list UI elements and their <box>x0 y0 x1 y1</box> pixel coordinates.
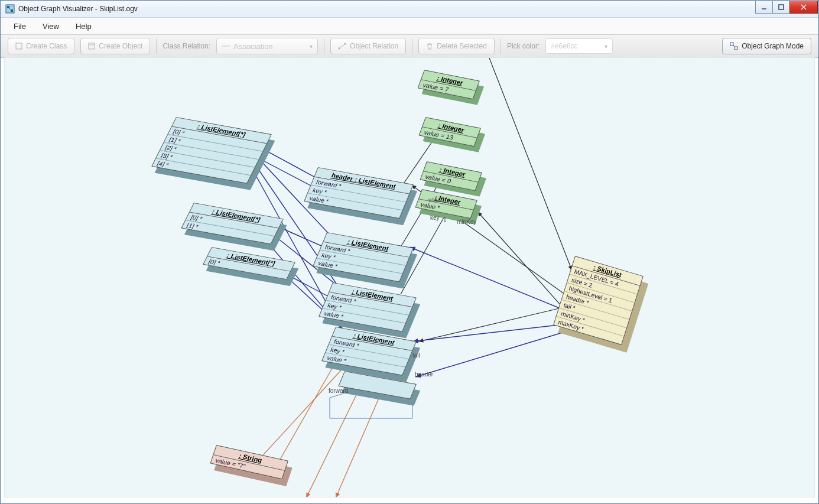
diagram-edges <box>5 58 815 498</box>
svg-line-24 <box>415 330 572 377</box>
create-class-label: Create Class <box>26 42 67 50</box>
menu-help[interactable]: Help <box>67 19 100 33</box>
diagram-canvas[interactable]: : Integer value = 7 : Integer value = 13… <box>4 57 815 498</box>
separator <box>156 38 157 54</box>
app-window: Object Graph Visualizer - SkipList.ogv F… <box>0 0 819 504</box>
window-controls <box>756 1 818 13</box>
svg-rect-5 <box>779 5 784 9</box>
create-object-label: Create Object <box>99 42 142 50</box>
svg-line-38 <box>259 350 359 460</box>
mode-button-label: Object Graph Mode <box>742 42 804 50</box>
separator <box>324 38 324 54</box>
delete-selected-label: Delete Selected <box>437 42 487 50</box>
delete-selected-button[interactable]: Delete Selected <box>418 38 495 54</box>
class-relation-label: Class Relation: <box>162 42 210 50</box>
create-object-button[interactable]: Create Object <box>80 38 150 54</box>
svg-line-20 <box>477 212 572 318</box>
svg-line-23 <box>410 247 569 312</box>
pick-color-input[interactable]: #e6e6cc ▾ <box>545 38 613 54</box>
pick-color-label: Pick color: <box>507 42 540 50</box>
separator <box>412 38 412 54</box>
svg-rect-9 <box>89 43 95 49</box>
object-graph-mode-button[interactable]: Object Graph Mode <box>722 38 811 54</box>
svg-point-13 <box>339 48 340 50</box>
association-icon <box>222 44 230 48</box>
svg-line-19 <box>418 306 569 342</box>
window-title: Object Graph Visualizer - SkipList.ogv <box>18 5 756 13</box>
edge-label-header: header <box>415 371 433 378</box>
minimize-button[interactable] <box>755 1 773 14</box>
trash-icon <box>426 43 433 50</box>
edge-label-key: key <box>430 214 440 221</box>
svg-rect-16 <box>734 47 737 50</box>
toolbar: Create Class Create Object Class Relatio… <box>1 35 818 58</box>
svg-line-40 <box>306 389 359 498</box>
svg-rect-8 <box>16 43 22 49</box>
chevron-down-icon: ▾ <box>310 43 313 50</box>
svg-point-14 <box>344 43 346 45</box>
edge-labels: value key 1 minKey tail header forward <box>5 58 814 497</box>
create-class-button[interactable]: Create Class <box>8 38 74 54</box>
edge-label-one: 1 <box>443 216 447 223</box>
chevron-down-icon: ▾ <box>604 43 607 50</box>
object-relation-button[interactable]: Object Relation <box>330 38 406 54</box>
titlebar: Object Graph Visualizer - SkipList.ogv <box>1 1 818 18</box>
menu-file[interactable]: File <box>5 19 34 33</box>
graph-mode-icon <box>730 42 738 50</box>
edge-label-minkey: minKey <box>457 219 476 225</box>
object-icon <box>88 43 95 50</box>
svg-line-21 <box>489 58 572 271</box>
app-icon <box>5 4 15 14</box>
maximize-button[interactable] <box>772 1 790 14</box>
close-button[interactable] <box>789 1 818 14</box>
svg-rect-15 <box>730 43 733 45</box>
class-icon <box>15 43 22 50</box>
svg-line-22 <box>412 324 569 342</box>
class-relation-value: Association <box>233 42 272 51</box>
class-relation-combo[interactable]: Association ▾ <box>216 38 318 54</box>
svg-line-17 <box>733 45 734 47</box>
relation-icon <box>338 43 346 50</box>
edge-label-forward: forward <box>329 388 348 394</box>
pick-color-value: #e6e6cc <box>551 42 577 50</box>
svg-line-41 <box>336 389 383 498</box>
edge-label-tail: tail <box>412 352 420 359</box>
separator <box>500 38 501 54</box>
menubar: File View Help <box>1 18 818 35</box>
object-relation-label: Object Relation <box>350 42 398 50</box>
menu-view[interactable]: View <box>34 19 67 33</box>
